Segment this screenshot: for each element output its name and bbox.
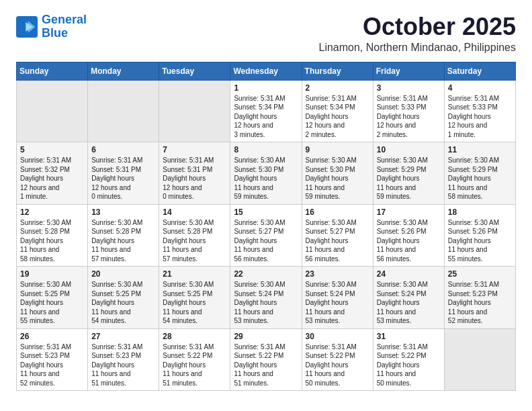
calendar-cell: 10Sunrise: 5:30 AMSunset: 5:29 PMDayligh… bbox=[373, 142, 444, 205]
title-block: October 2025 Linamon, Northern Mindanao,… bbox=[318, 13, 516, 54]
calendar-cell: 5Sunrise: 5:31 AMSunset: 5:32 PMDaylight… bbox=[17, 142, 88, 205]
cell-info: Sunrise: 5:31 AMSunset: 5:32 PMDaylight … bbox=[20, 156, 84, 201]
day-number: 10 bbox=[377, 145, 441, 154]
calendar-week-2: 5Sunrise: 5:31 AMSunset: 5:32 PMDaylight… bbox=[17, 142, 516, 205]
cell-info: Sunrise: 5:30 AMSunset: 5:24 PMDaylight … bbox=[377, 280, 441, 326]
calendar-cell: 25Sunrise: 5:31 AMSunset: 5:23 PMDayligh… bbox=[444, 267, 515, 329]
calendar-week-5: 26Sunrise: 5:31 AMSunset: 5:23 PMDayligh… bbox=[17, 328, 516, 391]
cell-info: Sunrise: 5:30 AMSunset: 5:24 PMDaylight … bbox=[306, 280, 369, 326]
location-title: Linamon, Northern Mindanao, Philippines bbox=[318, 42, 516, 54]
cell-info: Sunrise: 5:30 AMSunset: 5:27 PMDaylight … bbox=[306, 218, 369, 264]
calendar-week-3: 12Sunrise: 5:30 AMSunset: 5:28 PMDayligh… bbox=[17, 204, 516, 267]
col-thursday: Thursday bbox=[302, 62, 373, 80]
calendar-cell: 21Sunrise: 5:30 AMSunset: 5:25 PMDayligh… bbox=[159, 267, 230, 329]
col-wednesday: Wednesday bbox=[230, 62, 302, 80]
calendar-cell: 29Sunrise: 5:31 AMSunset: 5:22 PMDayligh… bbox=[230, 328, 302, 391]
cell-info: Sunrise: 5:31 AMSunset: 5:31 PMDaylight … bbox=[91, 156, 155, 201]
logo-text: General Blue bbox=[42, 13, 87, 40]
calendar-cell: 31Sunrise: 5:31 AMSunset: 5:22 PMDayligh… bbox=[373, 328, 444, 391]
calendar-cell: 20Sunrise: 5:30 AMSunset: 5:25 PMDayligh… bbox=[88, 267, 159, 329]
day-number: 2 bbox=[306, 83, 369, 93]
calendar-cell: 7Sunrise: 5:31 AMSunset: 5:31 PMDaylight… bbox=[159, 142, 230, 205]
day-number: 7 bbox=[163, 145, 226, 154]
calendar-cell bbox=[159, 80, 230, 142]
col-tuesday: Tuesday bbox=[159, 62, 230, 80]
cell-info: Sunrise: 5:31 AMSunset: 5:22 PMDaylight … bbox=[306, 342, 369, 388]
cell-info: Sunrise: 5:31 AMSunset: 5:22 PMDaylight … bbox=[377, 342, 441, 388]
calendar-cell: 26Sunrise: 5:31 AMSunset: 5:23 PMDayligh… bbox=[17, 328, 88, 391]
calendar-cell: 1Sunrise: 5:31 AMSunset: 5:34 PMDaylight… bbox=[230, 80, 302, 142]
calendar-cell: 17Sunrise: 5:30 AMSunset: 5:26 PMDayligh… bbox=[373, 204, 444, 267]
calendar-cell: 22Sunrise: 5:30 AMSunset: 5:24 PMDayligh… bbox=[230, 267, 302, 329]
calendar-cell bbox=[444, 328, 515, 391]
cell-info: Sunrise: 5:30 AMSunset: 5:25 PMDaylight … bbox=[20, 280, 84, 326]
day-number: 29 bbox=[234, 332, 298, 341]
cell-info: Sunrise: 5:30 AMSunset: 5:25 PMDaylight … bbox=[91, 280, 155, 326]
cell-info: Sunrise: 5:30 AMSunset: 5:26 PMDaylight … bbox=[448, 218, 512, 264]
day-number: 27 bbox=[91, 332, 155, 341]
calendar-cell bbox=[17, 80, 88, 142]
cell-info: Sunrise: 5:31 AMSunset: 5:23 PMDaylight … bbox=[91, 342, 155, 388]
day-number: 18 bbox=[448, 208, 512, 217]
cell-info: Sunrise: 5:31 AMSunset: 5:22 PMDaylight … bbox=[163, 342, 226, 388]
day-number: 23 bbox=[306, 269, 369, 279]
calendar-cell: 2Sunrise: 5:31 AMSunset: 5:34 PMDaylight… bbox=[302, 80, 373, 142]
calendar-body: 1Sunrise: 5:31 AMSunset: 5:34 PMDaylight… bbox=[17, 80, 516, 391]
month-title: October 2025 bbox=[318, 13, 516, 40]
calendar-cell: 28Sunrise: 5:31 AMSunset: 5:22 PMDayligh… bbox=[159, 328, 230, 391]
cell-info: Sunrise: 5:31 AMSunset: 5:31 PMDaylight … bbox=[163, 156, 226, 201]
header-row-days: Sunday Monday Tuesday Wednesday Thursday… bbox=[17, 62, 516, 80]
cell-info: Sunrise: 5:30 AMSunset: 5:28 PMDaylight … bbox=[91, 218, 155, 264]
calendar-cell: 18Sunrise: 5:30 AMSunset: 5:26 PMDayligh… bbox=[444, 204, 515, 267]
calendar-cell: 12Sunrise: 5:30 AMSunset: 5:28 PMDayligh… bbox=[17, 204, 88, 267]
cell-info: Sunrise: 5:31 AMSunset: 5:33 PMDaylight … bbox=[448, 94, 512, 140]
cell-info: Sunrise: 5:30 AMSunset: 5:30 PMDaylight … bbox=[306, 156, 369, 201]
cell-info: Sunrise: 5:30 AMSunset: 5:27 PMDaylight … bbox=[234, 218, 298, 264]
calendar-cell: 9Sunrise: 5:30 AMSunset: 5:30 PMDaylight… bbox=[302, 142, 373, 205]
day-number: 25 bbox=[448, 269, 512, 279]
col-saturday: Saturday bbox=[444, 62, 515, 80]
day-number: 16 bbox=[306, 208, 369, 217]
cell-info: Sunrise: 5:30 AMSunset: 5:26 PMDaylight … bbox=[377, 218, 441, 264]
calendar-week-1: 1Sunrise: 5:31 AMSunset: 5:34 PMDaylight… bbox=[17, 80, 516, 142]
day-number: 17 bbox=[377, 208, 441, 217]
day-number: 9 bbox=[306, 145, 369, 154]
cell-info: Sunrise: 5:30 AMSunset: 5:30 PMDaylight … bbox=[234, 156, 298, 201]
logo-icon bbox=[16, 16, 38, 38]
calendar-cell bbox=[88, 80, 159, 142]
day-number: 21 bbox=[163, 269, 226, 279]
day-number: 20 bbox=[91, 269, 155, 279]
day-number: 12 bbox=[20, 208, 84, 217]
cell-info: Sunrise: 5:31 AMSunset: 5:23 PMDaylight … bbox=[448, 280, 512, 326]
day-number: 3 bbox=[377, 83, 441, 93]
cell-info: Sunrise: 5:30 AMSunset: 5:28 PMDaylight … bbox=[20, 218, 84, 264]
calendar-cell: 6Sunrise: 5:31 AMSunset: 5:31 PMDaylight… bbox=[88, 142, 159, 205]
day-number: 19 bbox=[20, 269, 84, 279]
cell-info: Sunrise: 5:30 AMSunset: 5:28 PMDaylight … bbox=[163, 218, 226, 264]
cell-info: Sunrise: 5:31 AMSunset: 5:34 PMDaylight … bbox=[306, 94, 369, 140]
logo-general: General bbox=[42, 13, 87, 26]
calendar-header: Sunday Monday Tuesday Wednesday Thursday… bbox=[17, 62, 516, 80]
calendar-cell: 16Sunrise: 5:30 AMSunset: 5:27 PMDayligh… bbox=[302, 204, 373, 267]
day-number: 28 bbox=[163, 332, 226, 341]
logo-blue: Blue bbox=[42, 26, 68, 40]
calendar-week-4: 19Sunrise: 5:30 AMSunset: 5:25 PMDayligh… bbox=[17, 267, 516, 329]
page: General Blue October 2025 Linamon, North… bbox=[0, 0, 532, 402]
day-number: 13 bbox=[91, 208, 155, 217]
calendar-cell: 11Sunrise: 5:30 AMSunset: 5:29 PMDayligh… bbox=[444, 142, 515, 205]
calendar-cell: 14Sunrise: 5:30 AMSunset: 5:28 PMDayligh… bbox=[159, 204, 230, 267]
day-number: 26 bbox=[20, 332, 84, 341]
cell-info: Sunrise: 5:30 AMSunset: 5:25 PMDaylight … bbox=[163, 280, 226, 326]
day-number: 5 bbox=[20, 145, 84, 154]
col-sunday: Sunday bbox=[17, 62, 88, 80]
calendar-table: Sunday Monday Tuesday Wednesday Thursday… bbox=[16, 62, 516, 392]
day-number: 22 bbox=[234, 269, 298, 279]
cell-info: Sunrise: 5:31 AMSunset: 5:33 PMDaylight … bbox=[377, 94, 441, 140]
calendar-cell: 24Sunrise: 5:30 AMSunset: 5:24 PMDayligh… bbox=[373, 267, 444, 329]
col-friday: Friday bbox=[373, 62, 444, 80]
day-number: 1 bbox=[234, 83, 298, 93]
day-number: 31 bbox=[377, 332, 441, 341]
calendar-cell: 4Sunrise: 5:31 AMSunset: 5:33 PMDaylight… bbox=[444, 80, 515, 142]
calendar-cell: 15Sunrise: 5:30 AMSunset: 5:27 PMDayligh… bbox=[230, 204, 302, 267]
day-number: 14 bbox=[163, 208, 226, 217]
